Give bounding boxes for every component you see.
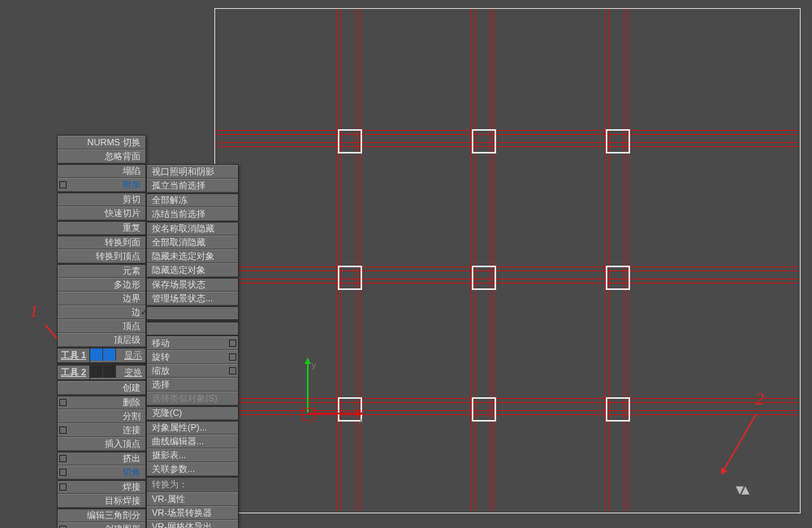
- menu-item[interactable]: 重复: [58, 220, 145, 235]
- menu-item[interactable]: 孤立当前选择: [147, 179, 238, 193]
- menu-item[interactable]: 分割: [58, 409, 145, 423]
- grid-edge-v[interactable]: [360, 9, 361, 511]
- grid-edge-v[interactable]: [341, 9, 342, 511]
- menu-item[interactable]: 选择类似对象(S): [147, 392, 238, 405]
- menu-item[interactable]: 挤出: [58, 451, 145, 465]
- grid-edge-h[interactable]: [215, 266, 798, 267]
- menu-item[interactable]: 创建: [58, 381, 145, 395]
- grid-edge-v[interactable]: [624, 9, 624, 511]
- grid-edge-v[interactable]: [609, 9, 610, 511]
- quad-cell-bl[interactable]: [90, 366, 103, 378]
- gizmo-y-axis[interactable]: [307, 364, 309, 413]
- menu-item[interactable]: 移动: [147, 336, 238, 350]
- menu-item[interactable]: 附加: [58, 178, 145, 192]
- menu-item[interactable]: 管理场景状态...: [147, 292, 238, 305]
- options-box-icon[interactable]: [59, 426, 67, 434]
- menu-item[interactable]: 元素: [58, 263, 145, 278]
- menu-item[interactable]: 删除: [58, 395, 145, 409]
- menu-item[interactable]: 切角: [58, 465, 145, 479]
- options-box-icon[interactable]: [229, 367, 236, 374]
- grid-edge-v[interactable]: [337, 9, 338, 511]
- submenu-convert-title[interactable]: 转换为：: [147, 476, 238, 492]
- quad-header-tools2[interactable]: 工具 2 变换: [58, 364, 145, 381]
- quad-header-tools1[interactable]: 工具 1 显示: [58, 347, 145, 364]
- vertex-handle[interactable]: [606, 266, 630, 290]
- grid-edge-v[interactable]: [475, 9, 476, 511]
- grid-edge-v[interactable]: [605, 9, 606, 511]
- menu-item[interactable]: 目标焊接: [58, 494, 145, 508]
- menu-item[interactable]: 创建图形: [58, 522, 145, 528]
- menu-item[interactable]: 隐藏选定对象: [147, 263, 238, 277]
- grid-edge-v[interactable]: [471, 9, 472, 511]
- grid-edge-h[interactable]: [215, 283, 798, 283]
- quad-cell-tl[interactable]: [90, 348, 103, 361]
- vertex-handle[interactable]: [606, 397, 630, 422]
- grid-edge-h[interactable]: [215, 130, 798, 131]
- options-box-icon[interactable]: [59, 455, 67, 462]
- grid-edge-h[interactable]: [215, 279, 798, 279]
- menu-item[interactable]: 曲线编辑器...: [147, 435, 238, 448]
- menu-item[interactable]: 编辑三角剖分: [58, 508, 145, 522]
- menu-item[interactable]: 快速切片: [58, 206, 145, 220]
- menu-item[interactable]: 边✓: [58, 305, 145, 319]
- menu-item[interactable]: 全部解冻: [147, 193, 238, 207]
- menu-item[interactable]: VR-网格体导出: [147, 520, 238, 528]
- menu-item[interactable]: 视口照明和阴影: [147, 165, 238, 179]
- gizmo-x-axis[interactable]: [309, 413, 357, 414]
- vertex-handle[interactable]: [472, 397, 496, 422]
- grid-edge-v[interactable]: [494, 9, 495, 511]
- menu-item[interactable]: 插入顶点: [58, 437, 145, 451]
- grid-edge-h[interactable]: [215, 402, 798, 403]
- menu-item[interactable]: 对象属性(P)...: [147, 420, 238, 435]
- menu-item[interactable]: VR-场景转换器: [147, 506, 238, 520]
- vertex-handle[interactable]: [472, 266, 496, 290]
- menu-item[interactable]: 摄影表...: [147, 448, 238, 462]
- menu-item[interactable]: 保存场景状态: [147, 277, 238, 292]
- menu-item[interactable]: 多边形: [58, 278, 145, 292]
- grid-edge-h[interactable]: [215, 398, 798, 399]
- menu-item[interactable]: 剪切: [58, 192, 145, 206]
- menu-item[interactable]: 选择: [147, 378, 238, 392]
- menu-item[interactable]: 缩放: [147, 364, 238, 378]
- options-box-icon[interactable]: [59, 483, 67, 491]
- quad-cell-tr[interactable]: [103, 348, 116, 361]
- menu-item[interactable]: 转换到顶点: [58, 249, 145, 263]
- quad-cell-br[interactable]: [103, 366, 116, 378]
- options-box-icon[interactable]: [59, 181, 67, 188]
- menu-item[interactable]: VR-属性: [147, 492, 238, 506]
- menu-item[interactable]: 边界: [58, 292, 145, 305]
- options-box-icon[interactable]: [59, 469, 67, 476]
- gizmo-origin-handle[interactable]: [302, 408, 315, 421]
- menu-item[interactable]: 塌陷: [58, 163, 145, 178]
- grid-edge-v[interactable]: [356, 9, 356, 511]
- grid-edge-v[interactable]: [490, 9, 490, 511]
- menu-item[interactable]: 顶层级: [58, 333, 145, 347]
- menu-item[interactable]: 冻结当前选择: [147, 207, 238, 221]
- menu-item[interactable]: 旋转: [147, 350, 238, 364]
- options-box-icon[interactable]: [229, 340, 236, 347]
- quad-header-display-label: 显示: [121, 348, 145, 362]
- grid-edge-v[interactable]: [628, 9, 628, 511]
- menu-item[interactable]: 焊接: [58, 479, 145, 494]
- vertex-handle[interactable]: [338, 266, 362, 290]
- grid-edge-h[interactable]: [215, 270, 798, 271]
- options-box-icon[interactable]: [229, 353, 236, 361]
- menu-item[interactable]: 忽略背面: [58, 149, 145, 163]
- menu-item[interactable]: 顶点: [58, 319, 145, 333]
- menu-item[interactable]: 按名称取消隐藏: [147, 221, 238, 236]
- vertex-handle[interactable]: [338, 129, 362, 154]
- menu-item[interactable]: NURMS 切换: [58, 136, 145, 149]
- menu-item[interactable]: 全部取消隐藏: [147, 236, 238, 249]
- menu-item[interactable]: 转换到面: [58, 235, 145, 249]
- grid-edge-h[interactable]: [215, 146, 798, 147]
- menu-item[interactable]: 关联参数...: [147, 462, 238, 476]
- quad-header-tools1-label: 工具 1: [58, 348, 90, 362]
- menu-item[interactable]: 连接: [58, 423, 145, 437]
- menu-item[interactable]: 克隆(C): [147, 405, 238, 420]
- options-box-icon[interactable]: [59, 399, 67, 406]
- grid-edge-h[interactable]: [215, 134, 798, 135]
- vertex-handle[interactable]: [472, 129, 496, 154]
- grid-edge-h[interactable]: [215, 142, 798, 143]
- menu-item[interactable]: 隐藏未选定对象: [147, 249, 238, 263]
- vertex-handle[interactable]: [606, 129, 630, 154]
